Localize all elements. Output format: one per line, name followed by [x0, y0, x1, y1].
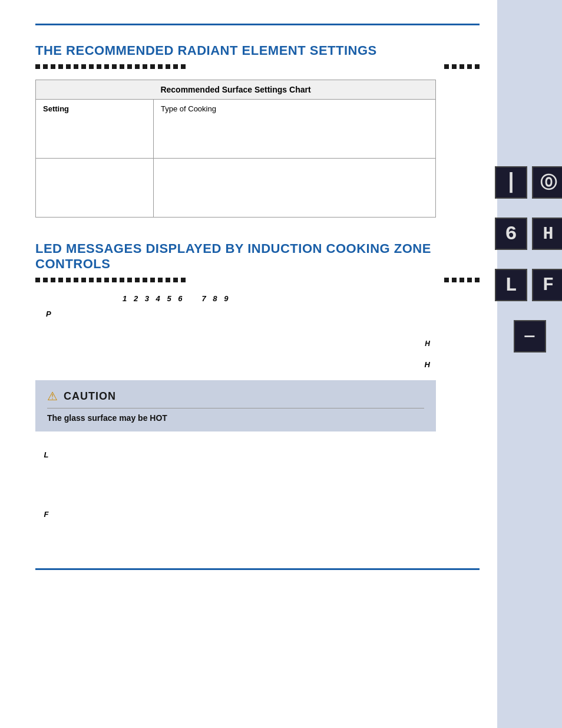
dot	[135, 64, 140, 69]
seg-display-1: |	[495, 166, 527, 199]
dot	[81, 64, 86, 69]
setting-cell	[36, 159, 154, 218]
dot	[127, 278, 132, 282]
led-item-2-text	[35, 338, 425, 351]
display-single-dash: —	[513, 319, 547, 354]
display-pair-3: L F	[494, 268, 562, 302]
dot	[150, 64, 155, 69]
col1-header: Setting	[36, 100, 154, 159]
dot	[104, 278, 109, 282]
led-item-5: F	[35, 509, 436, 521]
dot-side	[444, 278, 449, 282]
dot	[35, 64, 40, 69]
dot	[74, 278, 78, 282]
seg-display-6: 6	[495, 218, 527, 250]
dot-side	[452, 278, 457, 282]
table-row	[36, 159, 436, 218]
dot	[74, 64, 78, 69]
seg-display-h: H	[532, 218, 562, 250]
dot	[181, 278, 186, 282]
h-label: H	[425, 359, 436, 371]
numbers-display-2: 7 8 9	[201, 294, 230, 303]
table-caption: Recommended Surface Settings Chart	[36, 80, 436, 100]
dots-side-1	[444, 64, 480, 69]
l-label-2: L	[35, 449, 82, 462]
right-sidebar: | ⓪ 6 H L F —	[497, 0, 562, 728]
dot	[51, 278, 55, 282]
page-wrapper: THE RECOMMENDED RADIANT ELEMENT SETTINGS	[0, 0, 562, 728]
dots-side-2	[444, 278, 480, 282]
dots-main-1	[35, 64, 439, 69]
section1-heading: THE RECOMMENDED RADIANT ELEMENT SETTINGS	[35, 43, 480, 58]
caution-header: ⚠ CAUTION	[47, 389, 424, 409]
dot	[81, 278, 86, 282]
seg-display-f: F	[532, 269, 562, 301]
caution-text: The glass surface may be HOT	[47, 413, 424, 423]
dot	[173, 278, 178, 282]
caution-title: CAUTION	[64, 390, 116, 403]
dot	[166, 64, 170, 69]
led-item-1-text: 1 2 3 4 5 6 7 8 9	[35, 293, 436, 305]
dot	[181, 64, 186, 69]
dot	[66, 64, 71, 69]
seg-display-dash: —	[514, 320, 546, 353]
seg-display-p: ⓪	[532, 166, 562, 199]
bottom-rule	[35, 568, 480, 570]
dot	[166, 278, 170, 282]
caution-box: ⚠ CAUTION The glass surface may be HOT	[35, 380, 436, 431]
settings-table: Recommended Surface Settings Chart Setti…	[35, 80, 436, 218]
dot	[58, 64, 63, 69]
warning-icon: ⚠	[47, 389, 58, 403]
f-label: F	[35, 509, 82, 521]
dot-side	[452, 64, 457, 69]
p-label: P	[35, 308, 82, 321]
h-super-label: H	[425, 338, 436, 350]
dot	[58, 278, 63, 282]
dot-side	[475, 278, 480, 282]
dot	[120, 278, 124, 282]
led-item-2-row: H	[35, 353, 436, 371]
dot	[112, 278, 117, 282]
dot	[173, 64, 178, 69]
dot	[112, 64, 117, 69]
dot	[143, 64, 147, 69]
dot-side	[459, 64, 464, 69]
col2-header: Type of Cooking	[154, 100, 436, 159]
dot-divider-2	[35, 278, 480, 282]
dot	[97, 278, 101, 282]
dot	[120, 64, 124, 69]
seg-display-l: L	[495, 269, 527, 301]
main-content: THE RECOMMENDED RADIANT ELEMENT SETTINGS	[0, 0, 497, 728]
dot	[143, 278, 147, 282]
cooking-cell	[154, 159, 436, 218]
dot	[150, 278, 155, 282]
dot-side	[467, 64, 472, 69]
dot	[158, 64, 163, 69]
dot-side	[467, 278, 472, 282]
top-rule	[35, 24, 480, 25]
dot	[43, 64, 48, 69]
dot-side	[459, 278, 464, 282]
display-pair-2: 6 H	[494, 216, 562, 251]
display-pair-1: | ⓪	[494, 165, 562, 200]
led-item-1: 1 2 3 4 5 6 7 8 9	[35, 293, 436, 305]
dot	[89, 64, 94, 69]
dot-divider-1	[35, 64, 480, 69]
dots-main-2	[35, 278, 439, 282]
dot	[43, 278, 48, 282]
dot	[89, 278, 94, 282]
dot	[104, 64, 109, 69]
dot	[158, 278, 163, 282]
dot-side	[444, 64, 449, 69]
led-item-4: L	[35, 449, 436, 462]
dot	[35, 278, 40, 282]
led-item-1-label: P	[35, 308, 436, 321]
section2-heading: LED MESSAGES DISPLAYED BY INDUCTION COOK…	[35, 241, 480, 272]
dot-side	[475, 64, 480, 69]
dot	[66, 278, 71, 282]
dot	[135, 278, 140, 282]
dot	[127, 64, 132, 69]
dot	[51, 64, 55, 69]
dot	[97, 64, 101, 69]
led-item-2: H	[35, 338, 436, 351]
